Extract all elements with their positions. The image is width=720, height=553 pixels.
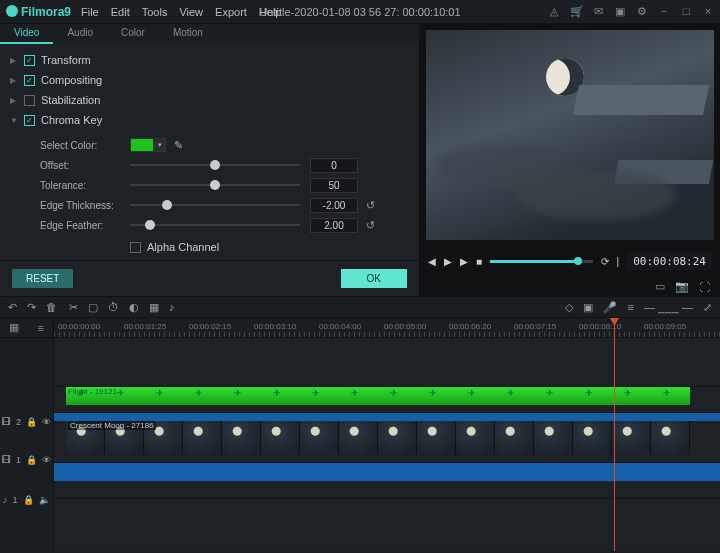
reset-feather-icon[interactable]: ↺ — [366, 219, 375, 232]
checkbox-transform[interactable]: ✓ — [24, 55, 35, 66]
settings-icon[interactable]: ⚙ — [636, 5, 648, 18]
mixer-icon[interactable]: ≡ — [627, 301, 633, 314]
render-icon[interactable]: ▣ — [583, 301, 593, 314]
menu-export[interactable]: Export — [215, 6, 247, 18]
ruler-tick: 00:00:04:00 — [319, 322, 361, 331]
chromakey-body: Select Color: ▾ ✎ Offset: 0 Tolerance: 5… — [10, 130, 409, 260]
section-chromakey[interactable]: ▼ ✓ Chroma Key — [10, 110, 409, 130]
track-video-icon: 🎞 — [2, 417, 11, 427]
color-icon[interactable]: ◐ — [129, 301, 139, 314]
time-ruler[interactable]: 00:00:00:00 00:00:01:25 00:00:02:15 00:0… — [54, 318, 720, 338]
mic-icon[interactable]: 🎤 — [603, 301, 617, 314]
menu-file[interactable]: File — [81, 6, 99, 18]
label-offset: Offset: — [40, 160, 130, 171]
marker-icon[interactable]: ◇ — [565, 301, 573, 314]
tab-audio[interactable]: Audio — [53, 24, 107, 44]
volume-icon[interactable]: | — [617, 256, 620, 267]
checkbox-chromakey[interactable]: ✓ — [24, 115, 35, 126]
tab-motion[interactable]: Motion — [159, 24, 217, 44]
seek-bar[interactable] — [490, 260, 592, 263]
tab-video[interactable]: Video — [0, 24, 53, 44]
reset-thickness-icon[interactable]: ↺ — [366, 199, 375, 212]
audio-track-1[interactable] — [54, 481, 720, 499]
maximize-icon[interactable]: □ — [680, 5, 692, 18]
menu-view[interactable]: View — [179, 6, 203, 18]
quality-icon[interactable]: ▭ — [655, 280, 665, 293]
clip-moon[interactable]: Crescent Moon - 27186 — [66, 421, 690, 455]
track-number: 2 — [16, 417, 21, 427]
playhead[interactable] — [614, 318, 615, 551]
section-stabilization[interactable]: ▶ Stabilization — [10, 90, 409, 110]
greenscreen-icon[interactable]: ▦ — [149, 301, 159, 314]
slider-tolerance[interactable] — [130, 178, 300, 192]
slider-edge-feather[interactable] — [130, 218, 300, 232]
storyboard-mode-icon[interactable]: ▦ — [9, 321, 19, 334]
save-icon[interactable]: ▣ — [614, 5, 626, 18]
prev-frame-icon[interactable]: ◀ — [428, 256, 436, 267]
track-area[interactable]: 00:00:00:00 00:00:01:25 00:00:02:15 00:0… — [54, 318, 720, 551]
visibility-icon[interactable]: 👁 — [42, 417, 51, 427]
zoom-fit-icon[interactable]: ⤢ — [703, 301, 712, 314]
undo-icon[interactable]: ↶ — [8, 301, 17, 314]
close-icon[interactable]: × — [702, 5, 714, 18]
reset-button[interactable]: RESET — [12, 269, 73, 288]
play-icon[interactable]: ▶ — [444, 256, 452, 267]
checkbox-compositing[interactable]: ✓ — [24, 75, 35, 86]
value-tolerance[interactable]: 50 — [310, 178, 358, 193]
next-frame-icon[interactable]: ▶ — [460, 256, 468, 267]
eyedropper-icon[interactable]: ✎ — [174, 139, 183, 152]
section-compositing[interactable]: ▶ ✓ Compositing — [10, 70, 409, 90]
audio-icon[interactable]: ♪ — [169, 301, 175, 314]
value-offset[interactable]: 0 — [310, 158, 358, 173]
cut-icon[interactable]: ✂ — [69, 301, 78, 314]
ruler-tick: 00:00:06:20 — [449, 322, 491, 331]
checkbox-alpha[interactable] — [130, 242, 141, 253]
ruler-tick: 00:00:05:00 — [384, 322, 426, 331]
color-swatch[interactable] — [130, 138, 154, 152]
msg-icon[interactable]: ✉ — [592, 5, 604, 18]
clip-flight[interactable]: Flight - 19121 — [66, 387, 690, 405]
ok-button[interactable]: OK — [341, 269, 407, 288]
video-track-1[interactable]: Crescent Moon - 27186 — [54, 421, 720, 463]
label-edge-feather: Edge Feather: — [40, 220, 130, 231]
preview-panel: ◀ ▶ ▶ ■ ⟳ | 00:00:08:24 ▭ 📷 ⛶ — [420, 24, 720, 296]
lock-icon[interactable]: 🔒 — [26, 455, 37, 465]
label-stabilization: Stabilization — [41, 94, 100, 106]
lock-icon[interactable]: 🔒 — [23, 495, 34, 505]
user-icon[interactable]: ◬ — [548, 5, 560, 18]
delete-icon[interactable]: 🗑 — [46, 301, 57, 314]
ruler-tick: 00:00:02:15 — [189, 322, 231, 331]
crop-icon[interactable]: ▢ — [88, 301, 98, 314]
track-number: 1 — [16, 455, 21, 465]
video-preview[interactable] — [426, 30, 714, 240]
label-chromakey: Chroma Key — [41, 114, 102, 126]
slider-edge-thickness[interactable] — [130, 198, 300, 212]
zoom-slider[interactable]: — ⎯⎯⎯ — — [644, 301, 693, 314]
tab-color[interactable]: Color — [107, 24, 159, 44]
value-edge-feather[interactable]: 2.00 — [310, 218, 358, 233]
slider-offset[interactable] — [130, 158, 300, 172]
menu-edit[interactable]: Edit — [111, 6, 130, 18]
lock-icon[interactable]: 🔒 — [26, 417, 37, 427]
speed-icon[interactable]: ⏱ — [108, 301, 119, 314]
fullscreen-icon[interactable]: ⛶ — [699, 281, 710, 293]
ruler-tick: 00:00:01:25 — [124, 322, 166, 331]
preview-tools: ▭ 📷 ⛶ — [420, 276, 720, 296]
minimize-icon[interactable]: − — [658, 5, 670, 18]
cart-icon[interactable]: 🛒 — [570, 5, 582, 18]
color-dropdown[interactable]: ▾ — [154, 138, 166, 152]
value-edge-thickness[interactable]: -2.00 — [310, 198, 358, 213]
snapshot-icon[interactable]: 📷 — [675, 280, 689, 293]
section-transform[interactable]: ▶ ✓ Transform — [10, 50, 409, 70]
preview-jet — [573, 85, 709, 115]
menu-tools[interactable]: Tools — [142, 6, 168, 18]
timeline-mode-icon[interactable]: ≡ — [37, 322, 43, 334]
video-track-2[interactable]: Flight - 19121 — [54, 387, 720, 413]
project-title: Untitle-2020-01-08 03 56 27: 00:00:10:01 — [259, 6, 460, 18]
loop-icon[interactable]: ⟳ — [601, 256, 609, 267]
visibility-icon[interactable]: 👁 — [42, 455, 51, 465]
stop-icon[interactable]: ■ — [476, 256, 482, 267]
mute-icon[interactable]: 🔈 — [39, 495, 50, 505]
checkbox-stabilization[interactable] — [24, 95, 35, 106]
redo-icon[interactable]: ↷ — [27, 301, 36, 314]
